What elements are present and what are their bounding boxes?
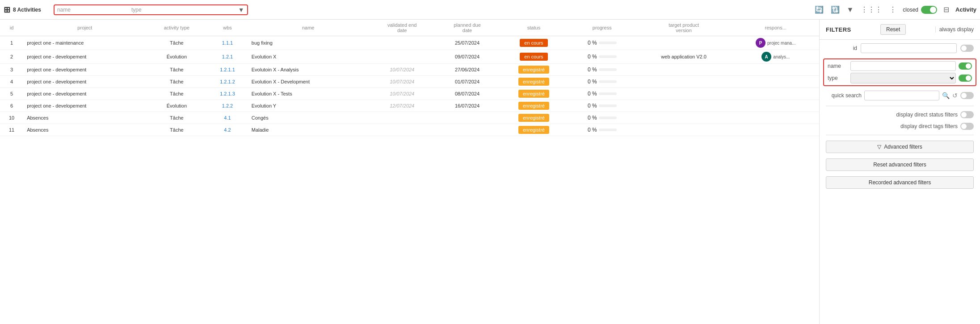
table-row: 2 project one - developement Évolution 1… (0, 50, 819, 64)
cell-status: enregistré (499, 76, 569, 88)
advanced-filters-button[interactable]: ▽ Advanced filters (826, 141, 974, 153)
cell-respons (732, 76, 819, 88)
filter-type-label: type (131, 7, 142, 13)
progress-text: 0 % (588, 79, 597, 85)
progress-text: 0 % (588, 54, 597, 60)
cell-respons (732, 112, 819, 124)
cell-target-product (635, 112, 732, 124)
cell-progress: 0 % (569, 76, 635, 88)
cell-planned-due: 08/07/2024 (436, 88, 499, 100)
cell-validated-end (369, 124, 436, 136)
display-tags-toggle[interactable] (960, 123, 974, 130)
table-row: 11 Absences Tâche 4.2 Maladie enregistré… (0, 124, 819, 136)
filter-dropdown-button[interactable]: ▼ (238, 6, 244, 13)
cell-validated-end: 10/07/2024 (369, 76, 436, 88)
filter-name-input[interactable] (74, 7, 128, 13)
filter-bar: name type ▼ (54, 4, 248, 15)
cell-project: project one - maintenance (23, 36, 147, 50)
refresh2-button[interactable]: 🔃 (830, 4, 841, 15)
cell-status: en cours (499, 50, 569, 64)
search-icon[interactable]: 🔍 (942, 92, 950, 99)
progress-text: 0 % (588, 66, 597, 73)
col-activity-type: activity type (147, 20, 207, 36)
status-badge: enregistré (518, 114, 549, 122)
progress-bar-container: 0 % (572, 66, 632, 73)
grid-icon: ⊞ (4, 5, 10, 15)
display-status-toggle[interactable] (960, 111, 974, 118)
id-filter-input[interactable] (861, 43, 957, 53)
filter-id-row: id (820, 40, 980, 57)
cell-name: Evolution X - Development (248, 76, 369, 88)
recorded-advanced-button[interactable]: Recorded advanced filters (826, 176, 974, 189)
cell-project: project one - developement (23, 64, 147, 76)
cell-id: 1 (0, 36, 23, 50)
cell-planned-due (436, 124, 499, 136)
progress-text: 0 % (588, 91, 597, 97)
cell-planned-due: 27/06/2024 (436, 64, 499, 76)
closed-toggle[interactable] (921, 6, 937, 14)
cell-activity-type: Évolution (147, 100, 207, 112)
type-always-toggle[interactable] (959, 75, 972, 82)
activities-table: id project activity type wbs name valida… (0, 20, 819, 136)
col-name: name (248, 20, 369, 36)
quick-search-toggle[interactable] (960, 92, 974, 99)
cell-id: 11 (0, 124, 23, 136)
closed-toggle-area: closed (903, 6, 937, 14)
cell-target-product (635, 124, 732, 136)
reset-advanced-button[interactable]: Reset advanced filters (826, 158, 974, 171)
cell-project: project one - developement (23, 88, 147, 100)
refresh-button[interactable]: 🔄 (814, 4, 824, 15)
table-row: 5 project one - developement Tâche 1.2.1… (0, 88, 819, 100)
cell-id: 3 (0, 64, 23, 76)
col-project: project (23, 20, 147, 36)
filter-type-input[interactable] (145, 7, 235, 13)
progress-bar-container: 0 % (572, 54, 632, 60)
cell-progress: 0 % (569, 124, 635, 136)
cell-status: enregistré (499, 100, 569, 112)
more-options-button[interactable]: ⋮ (888, 4, 897, 15)
filter-icon-button[interactable]: ▼ (846, 5, 855, 15)
table-container: id project activity type wbs name valida… (0, 20, 819, 324)
always-display-header: always display (935, 26, 974, 33)
progress-bar-container: 0 % (572, 40, 632, 46)
cell-name: Evolution Y (248, 100, 369, 112)
name-type-filter-box: name type (823, 58, 976, 86)
cell-project: project one - developement (23, 100, 147, 112)
type-filter-select[interactable] (850, 73, 956, 83)
cell-name: bug fixing (248, 36, 369, 50)
display-tags-row: display direct tags filters (820, 120, 980, 132)
cell-progress: 0 % (569, 88, 635, 100)
quick-search-row: quick search 🔍 ↺ (820, 88, 980, 103)
progress-bar-container: 0 % (572, 103, 632, 109)
cell-planned-due: 25/07/2024 (436, 36, 499, 50)
status-badge: en cours (520, 39, 547, 47)
quick-search-input[interactable] (864, 91, 939, 100)
filters-panel-title: FILTERS (826, 26, 851, 33)
grid2-button[interactable]: ⊟ (942, 4, 950, 15)
columns-button[interactable]: ⋮⋮⋮ (860, 4, 883, 15)
cell-wbs: 4.2 (207, 124, 248, 136)
display-tags-label: display direct tags filters (826, 123, 958, 129)
cell-validated-end: 12/07/2024 (369, 100, 436, 112)
cell-activity-type: Tâche (147, 76, 207, 88)
cell-progress: 0 % (569, 64, 635, 76)
cell-target-product (635, 100, 732, 112)
name-filter-input[interactable] (850, 61, 956, 71)
cell-target-product (635, 88, 732, 100)
col-progress: progress (569, 20, 635, 36)
progress-bar-container: 0 % (572, 91, 632, 97)
cell-id: 6 (0, 100, 23, 112)
id-always-toggle[interactable] (960, 45, 974, 52)
progress-bar-container: 0 % (572, 115, 632, 121)
type-filter-row: type (828, 73, 972, 83)
progress-text: 0 % (588, 115, 597, 121)
name-always-toggle[interactable] (959, 62, 972, 70)
cell-name: Evolution X (248, 50, 369, 64)
cell-progress: 0 % (569, 112, 635, 124)
display-status-label: display direct status filters (826, 112, 958, 118)
id-filter-label: id (826, 45, 857, 51)
activity-panel-label: Activity (955, 6, 976, 13)
progress-bar-bg (599, 104, 617, 107)
reset-button[interactable]: Reset (880, 24, 906, 35)
reset-search-icon[interactable]: ↺ (952, 92, 958, 99)
